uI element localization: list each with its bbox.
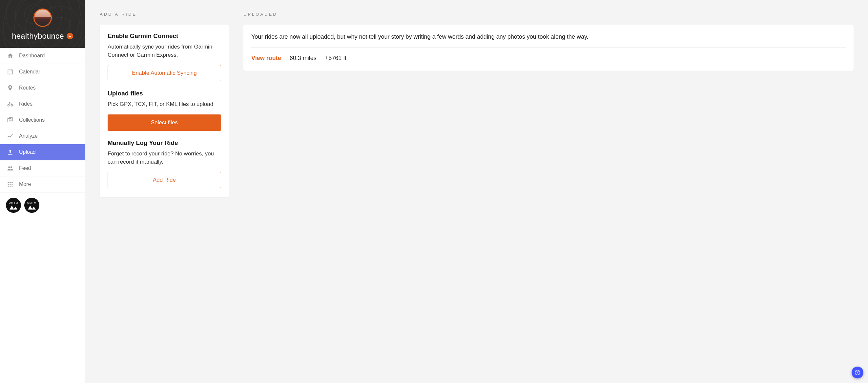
club-badge-label: OMTM — [27, 201, 36, 204]
sidebar-item-calendar[interactable]: Calendar — [0, 64, 85, 80]
mountain-icon — [9, 205, 18, 210]
upload-icon — [6, 149, 14, 155]
divider — [251, 47, 846, 47]
section-label-uploaded: UPLOADED — [243, 12, 854, 17]
grid-icon — [6, 181, 14, 188]
garmin-block: Enable Garmin Connect Automatically sync… — [107, 32, 221, 81]
svg-point-11 — [11, 184, 12, 185]
manual-log-block: Manually Log Your Ride Forget to record … — [107, 139, 221, 188]
sidebar-item-label: Routes — [19, 85, 36, 91]
main-content: ADD A RIDE Enable Garmin Connect Automat… — [85, 0, 868, 383]
sidebar: healthybounce Dashboard Calendar Routes — [0, 0, 85, 383]
sidebar-item-upload[interactable]: Upload — [0, 144, 85, 160]
svg-point-16 — [857, 374, 858, 374]
svg-point-5 — [10, 166, 12, 168]
section-label-add-ride: ADD A RIDE — [100, 12, 229, 17]
manual-title: Manually Log Your Ride — [107, 139, 221, 147]
sidebar-item-collections[interactable]: Collections — [0, 112, 85, 128]
sidebar-item-rides[interactable]: Rides — [0, 96, 85, 112]
bike-icon — [6, 101, 14, 107]
chart-icon — [6, 133, 14, 139]
sidebar-item-label: More — [19, 181, 31, 187]
help-button[interactable] — [851, 366, 863, 378]
view-route-link[interactable]: View route — [251, 55, 281, 62]
upload-stats-row: View route 60.3 miles +5761 ft — [251, 55, 846, 62]
select-files-button[interactable]: Select files — [107, 115, 221, 131]
enable-sync-button[interactable]: Enable Automatic Syncing — [107, 65, 221, 81]
svg-point-12 — [8, 186, 9, 187]
garmin-desc: Automatically sync your rides from Garmi… — [107, 43, 221, 59]
svg-point-8 — [11, 182, 12, 183]
svg-rect-3 — [9, 118, 12, 121]
pin-icon — [6, 85, 14, 91]
people-icon — [6, 165, 14, 171]
club-badge[interactable]: OMTM — [6, 198, 21, 213]
add-ride-column: ADD A RIDE Enable Garmin Connect Automat… — [100, 12, 229, 197]
svg-point-9 — [8, 184, 9, 185]
club-badge-label: OMTM — [9, 201, 18, 204]
distance-stat: 60.3 miles — [290, 55, 316, 62]
sidebar-item-label: Feed — [19, 165, 31, 171]
sidebar-nav: Dashboard Calendar Routes Rides Collecti… — [0, 48, 85, 192]
garmin-title: Enable Garmin Connect — [107, 32, 221, 40]
svg-point-4 — [8, 166, 10, 168]
profile-header: healthybounce — [0, 0, 85, 48]
chevron-up-icon — [67, 33, 73, 39]
sidebar-item-label: Collections — [19, 117, 44, 123]
elevation-stat: +5761 ft — [325, 55, 347, 62]
manual-desc: Forget to record your ride? No worries, … — [107, 150, 221, 166]
uploaded-card: Your rides are now all uploaded, but why… — [243, 25, 854, 71]
svg-point-7 — [9, 182, 10, 183]
sidebar-item-label: Analyze — [19, 133, 38, 139]
help-icon — [854, 369, 861, 376]
collections-icon — [6, 117, 14, 123]
uploaded-message: Your rides are now all uploaded, but why… — [251, 32, 846, 41]
username-row[interactable]: healthybounce — [6, 31, 79, 41]
sidebar-item-label: Calendar — [19, 69, 40, 75]
club-badge[interactable]: OMTM — [24, 198, 39, 213]
sidebar-item-routes[interactable]: Routes — [0, 80, 85, 96]
svg-point-10 — [9, 184, 10, 185]
add-ride-card: Enable Garmin Connect Automatically sync… — [100, 25, 229, 197]
upload-files-block: Upload files Pick GPX, TCX, FIT, or KML … — [107, 90, 221, 131]
avatar[interactable] — [33, 8, 52, 27]
uploaded-column: UPLOADED Your rides are now all uploaded… — [243, 12, 854, 71]
upload-desc: Pick GPX, TCX, FIT, or KML files to uplo… — [107, 100, 221, 108]
add-ride-button[interactable]: Add Ride — [107, 172, 221, 188]
sidebar-item-label: Rides — [19, 101, 32, 107]
club-badges: OMTM OMTM — [0, 192, 85, 218]
sidebar-item-more[interactable]: More — [0, 177, 85, 192]
sidebar-item-dashboard[interactable]: Dashboard — [0, 48, 85, 64]
sidebar-item-label: Dashboard — [19, 53, 44, 59]
svg-point-14 — [11, 186, 12, 187]
home-icon — [6, 53, 14, 59]
upload-title: Upload files — [107, 90, 221, 97]
svg-point-13 — [9, 186, 10, 187]
sidebar-item-label: Upload — [19, 149, 36, 155]
app-root: healthybounce Dashboard Calendar Routes — [0, 0, 868, 383]
sidebar-item-analyze[interactable]: Analyze — [0, 128, 85, 144]
username: healthybounce — [12, 31, 64, 41]
calendar-icon — [6, 68, 14, 75]
svg-point-6 — [8, 182, 9, 183]
sidebar-item-feed[interactable]: Feed — [0, 160, 85, 177]
mountain-icon — [28, 205, 36, 210]
